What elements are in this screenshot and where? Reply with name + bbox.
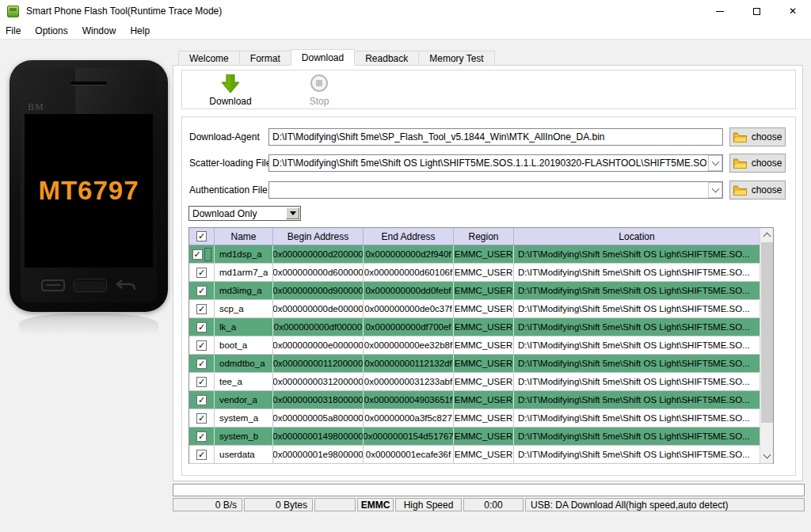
- begin-address: 0x000000005a800000: [273, 409, 364, 427]
- end-address: 0x000000000dd0febf: [364, 282, 454, 299]
- table-row[interactable]: lk_a 0x000000000df00000 0x000000000df700…: [189, 318, 773, 336]
- phone-reflection: [19, 314, 158, 340]
- begin-address: 0x0000000149800000: [273, 428, 364, 445]
- tab-memory-test[interactable]: Memory Test: [418, 51, 494, 66]
- title-bar: Smart Phone Flash Tool(Runtime Trace Mod…: [0, 0, 811, 22]
- region: EMMC_USER: [454, 373, 514, 390]
- column-header-end-address[interactable]: End Address: [364, 228, 454, 245]
- partition-name: system_a: [215, 409, 273, 427]
- download-agent-input[interactable]: [268, 128, 723, 146]
- scatter-file-choose-button[interactable]: choose: [729, 154, 786, 173]
- download-button-label: Download: [209, 96, 251, 107]
- stop-icon: [310, 74, 328, 92]
- phone-glass: BM MT6797: [21, 68, 157, 302]
- table-row[interactable]: md1arm7_a 0x000000000d600000 0x000000000…: [189, 264, 773, 282]
- begin-address: 0x000000000de00000: [273, 300, 364, 317]
- begin-address: 0x000000000df00000: [273, 318, 364, 336]
- chip-model-label: MT6797: [38, 176, 139, 206]
- menu-help[interactable]: Help: [123, 22, 157, 40]
- scroll-up-icon[interactable]: [760, 228, 774, 241]
- download-button[interactable]: Download: [196, 73, 265, 108]
- status-bar: 0 B/s 0 Bytes EMMC High Speed 0:00 USB: …: [173, 498, 805, 511]
- column-header-begin-address[interactable]: Begin Address: [273, 228, 364, 245]
- status-empty-cell: [314, 498, 356, 511]
- tab-download[interactable]: Download: [291, 49, 355, 66]
- phone-back-icon: [116, 279, 136, 291]
- download-mode-select[interactable]: Download Only: [188, 206, 301, 221]
- begin-address: 0x0000000031800000: [273, 391, 364, 408]
- end-address: 0x00000000a3f5c827: [364, 409, 454, 427]
- table-row[interactable]: scp_a 0x000000000de00000 0x000000000de0c…: [189, 300, 773, 318]
- scroll-down-icon[interactable]: [760, 450, 774, 463]
- end-address: 0x00000000112132df: [364, 355, 454, 372]
- tab-format[interactable]: Format: [239, 51, 291, 66]
- minimize-button[interactable]: [702, 0, 738, 22]
- table-row[interactable]: system_b 0x0000000149800000 0x0000000154…: [189, 428, 773, 446]
- row-checkbox[interactable]: [196, 395, 207, 405]
- row-checkbox[interactable]: [196, 377, 207, 387]
- stop-button[interactable]: Stop: [285, 73, 353, 108]
- row-checkbox[interactable]: [196, 413, 207, 424]
- column-header-region[interactable]: Region: [454, 228, 514, 245]
- tab-welcome[interactable]: Welcome: [178, 51, 240, 66]
- row-checkbox[interactable]: [196, 431, 207, 442]
- download-mode-value: Download Only: [189, 208, 286, 219]
- partition-name: boot_a: [215, 336, 273, 354]
- phone-screen: MT6797: [25, 114, 153, 268]
- file-location: D:\IT\Modifying\Shift 5me\Shift OS Light…: [514, 282, 760, 299]
- menu-window[interactable]: Window: [75, 22, 124, 40]
- menu-options[interactable]: Options: [28, 22, 74, 40]
- tab-strip: Welcome Format Download Readback Memory …: [178, 49, 495, 66]
- close-button[interactable]: [775, 0, 811, 22]
- table-row[interactable]: md3img_a 0x000000000d900000 0x000000000d…: [189, 282, 773, 300]
- region: EMMC_USER: [454, 391, 514, 408]
- auth-file-dropdown-button[interactable]: [708, 182, 722, 198]
- phone-home-icon: [74, 279, 107, 292]
- scatter-file-combobox[interactable]: [268, 154, 723, 172]
- file-location: D:\IT\Modifying\Shift 5me\Shift OS Light…: [514, 336, 760, 354]
- table-scrollbar[interactable]: [760, 228, 773, 463]
- maximize-button[interactable]: [738, 0, 775, 22]
- phone-brand-label: BM: [28, 101, 44, 113]
- column-header-name[interactable]: Name: [215, 228, 273, 245]
- row-checkbox[interactable]: [196, 286, 207, 296]
- file-location: D:\IT\Modifying\Shift 5me\Shift OS Light…: [514, 446, 760, 463]
- auth-file-combobox[interactable]: [268, 181, 723, 199]
- row-checkbox[interactable]: [196, 322, 207, 332]
- download-settings-group: Download-Agent choose Scatter-loading Fi…: [181, 116, 796, 476]
- phone-menu-icon: [41, 279, 65, 291]
- row-checkbox[interactable]: [196, 304, 207, 314]
- region: EMMC_USER: [454, 318, 514, 336]
- table-row[interactable]: system_a 0x000000005a800000 0x00000000a3…: [189, 409, 773, 428]
- table-row[interactable]: boot_a 0x000000000e000000 0x000000000ee3…: [189, 336, 773, 355]
- row-checkbox[interactable]: [196, 268, 207, 278]
- end-address: 0x00000001ecafe36f: [364, 446, 454, 463]
- end-address: 0x000000000de0c37f: [364, 300, 454, 317]
- table-row[interactable]: userdata 0x00000001e9800000 0x00000001ec…: [189, 446, 773, 464]
- app-window: Smart Phone Flash Tool(Runtime Trace Mod…: [0, 0, 811, 532]
- scatter-file-dropdown-button[interactable]: [708, 155, 722, 171]
- row-checkbox[interactable]: [196, 340, 207, 351]
- partition-name: tee_a: [215, 373, 273, 390]
- table-row[interactable]: vendor_a 0x0000000031800000 0x0000000049…: [189, 391, 773, 409]
- table-row[interactable]: tee_a 0x0000000031200000 0x0000000031233…: [189, 373, 773, 391]
- file-location: D:\IT\Modifying\Shift 5me\Shift OS Light…: [514, 391, 760, 408]
- select-all-checkbox[interactable]: [196, 231, 207, 241]
- minimize-icon: [716, 11, 724, 12]
- chevron-down-icon: [711, 158, 719, 166]
- auth-file-choose-button[interactable]: choose: [729, 180, 786, 200]
- tab-readback[interactable]: Readback: [354, 51, 419, 66]
- table-row[interactable]: odmdtbo_a 0x0000000011200000 0x000000001…: [189, 355, 773, 373]
- row-checkbox[interactable]: [192, 249, 203, 260]
- file-location: D:\IT\Modifying\Shift 5me\Shift OS Light…: [514, 409, 760, 427]
- row-checkbox[interactable]: [196, 359, 207, 369]
- column-header-location[interactable]: Location: [514, 228, 760, 245]
- download-agent-choose-button[interactable]: choose: [729, 127, 786, 146]
- menu-file[interactable]: File: [0, 22, 28, 40]
- table-row[interactable]: md1dsp_a 0x000000000d200000 0x000000000d…: [189, 245, 773, 264]
- begin-address: 0x000000000d200000: [273, 245, 364, 263]
- chevron-down-icon: [711, 185, 719, 193]
- row-checkbox[interactable]: [196, 450, 207, 460]
- region: EMMC_USER: [454, 264, 514, 281]
- scrollbar-thumb[interactable]: [761, 242, 773, 423]
